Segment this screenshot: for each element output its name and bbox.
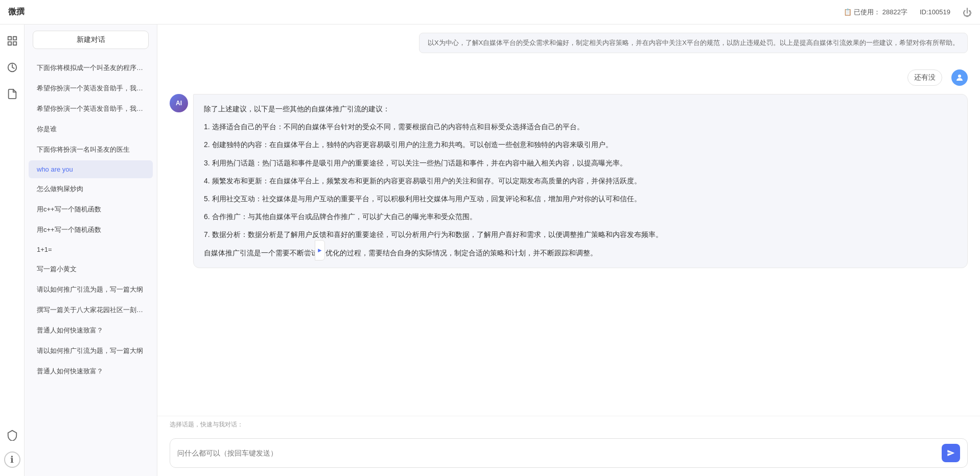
ai-paragraph: 2. 创建独特的内容：在自媒体平台上，独特的内容更容易吸引用户的注意力和共鸣。可… bbox=[204, 138, 957, 151]
usage-icon: 📋 bbox=[844, 8, 852, 16]
rail-item-info[interactable]: ℹ bbox=[4, 451, 20, 468]
sidebar-item-5[interactable]: 下面你将扮演一名叫圣友的医生 bbox=[29, 140, 153, 159]
topbar: 微撰 📋 已使用： 28822字 ID:100519 ⏻ bbox=[0, 0, 980, 25]
sidebar-item-14[interactable]: 普通人如何快速致富？ bbox=[29, 321, 153, 340]
chat-area: 以X为中心，了解X自媒体平台的受众需求和偏好，制定相关内容策略，并在内容中关注X… bbox=[157, 25, 980, 476]
topbar-right: 📋 已使用： 28822字 ID:100519 ⏻ bbox=[844, 8, 972, 17]
svg-rect-0 bbox=[8, 37, 11, 40]
usage-display: 📋 已使用： 28822字 bbox=[844, 8, 907, 17]
new-chat-button[interactable]: 新建对话 bbox=[33, 31, 149, 49]
rail-item-clock[interactable] bbox=[4, 59, 20, 76]
sidebar-item-13[interactable]: 撰写一篇关于八大家花园社区一刻钟便民生... bbox=[29, 300, 153, 320]
input-area bbox=[157, 434, 980, 476]
quick-select-area: 选择话题，快速与我对话： bbox=[157, 416, 980, 434]
sidebar-item-11[interactable]: 写一篇小黄文 bbox=[29, 259, 153, 279]
ai-paragraph: 5. 利用社交互动：社交媒体是与用户互动的重要平台，可以积极利用社交媒体与用户互… bbox=[204, 193, 957, 205]
send-button[interactable] bbox=[942, 444, 960, 462]
ai-paragraph: 6. 合作推广：与其他自媒体平台或品牌合作推广，可以扩大自己的曝光率和受众范围。 bbox=[204, 210, 957, 223]
svg-rect-1 bbox=[13, 37, 16, 40]
sidebar-item-12[interactable]: 请以如何推广引流为题，写一篇大纲 bbox=[29, 280, 153, 299]
sidebar-item-10[interactable]: 1+1= bbox=[29, 241, 153, 258]
input-wrapper bbox=[170, 438, 968, 468]
ai-bubble-1: 除了上述建议，以下是一些其他的自媒体推广引流的建议：1. 选择适合自己的平台：不… bbox=[193, 94, 968, 268]
user-avatar-1 bbox=[951, 69, 968, 86]
ai-avatar-1: AI bbox=[170, 94, 188, 112]
icon-rail: ℹ bbox=[0, 25, 25, 476]
sidebar-item-8[interactable]: 用c++写一个随机函数 bbox=[29, 200, 153, 219]
app-logo: 微撰 bbox=[8, 7, 25, 17]
power-icon[interactable]: ⏻ bbox=[963, 8, 972, 17]
chat-messages: 以X为中心，了解X自媒体平台的受众需求和偏好，制定相关内容策略，并在内容中关注X… bbox=[157, 25, 980, 416]
truncated-message: 以X为中心，了解X自媒体平台的受众需求和偏好，制定相关内容策略，并在内容中关注X… bbox=[419, 33, 968, 53]
ai-message-1: AI 除了上述建议，以下是一些其他的自媒体推广引流的建议：1. 选择适合自己的平… bbox=[170, 94, 968, 268]
user-bubble-1: 还有没 bbox=[907, 69, 942, 86]
chat-input[interactable] bbox=[177, 449, 938, 457]
sidebar-item-15[interactable]: 请以如何推广引流为题，写一篇大纲 bbox=[29, 341, 153, 361]
ai-paragraph: 3. 利用热门话题：热门话题和事件是吸引用户的重要途径，可以关注一些热门话题和事… bbox=[204, 157, 957, 170]
svg-rect-3 bbox=[13, 42, 16, 45]
rail-item-home[interactable] bbox=[4, 33, 20, 49]
icon-rail-bottom: ℹ bbox=[4, 427, 20, 468]
sidebar-item-9[interactable]: 用c++写一个随机函数 bbox=[29, 220, 153, 240]
sidebar-list: 下面你将模拟成一个叫圣友的程序员，我说...希望你扮演一个英语发音助手，我提供给… bbox=[25, 55, 157, 476]
svg-point-5 bbox=[958, 75, 961, 78]
sidebar-item-16[interactable]: 普通人如何快速致富？ bbox=[29, 362, 153, 381]
main-layout: ℹ 新建对话 下面你将模拟成一个叫圣友的程序员，我说...希望你扮演一个英语发音… bbox=[0, 25, 980, 476]
sidebar-toggle[interactable]: ► bbox=[315, 240, 325, 260]
ai-paragraph: 7. 数据分析：数据分析是了解用户反馈和喜好的重要途径，可以分析用户行为和数据，… bbox=[204, 228, 957, 241]
rail-item-doc[interactable] bbox=[4, 86, 20, 102]
sidebar-item-6[interactable]: who are you bbox=[29, 160, 153, 178]
sidebar-item-4[interactable]: 你是谁 bbox=[29, 120, 153, 139]
truncated-msg-container: 以X为中心，了解X自媒体平台的受众需求和偏好，制定相关内容策略，并在内容中关注X… bbox=[170, 33, 968, 61]
sidebar-item-1[interactable]: 下面你将模拟成一个叫圣友的程序员，我说... bbox=[29, 58, 153, 78]
sidebar: 新建对话 下面你将模拟成一个叫圣友的程序员，我说...希望你扮演一个英语发音助手… bbox=[25, 25, 157, 476]
usage-label: 已使用： bbox=[854, 8, 880, 17]
ai-paragraph: 1. 选择适合自己的平台：不同的自媒体平台针对的受众不同，需要根据自己的内容特点… bbox=[204, 121, 957, 133]
sidebar-item-2[interactable]: 希望你扮演一个英语发音助手，我提供给你... bbox=[29, 79, 153, 98]
ai-paragraph: 4. 频繁发布和更新：在自媒体平台上，频繁发布和更新的内容更容易吸引用户的关注和… bbox=[204, 175, 957, 187]
svg-rect-2 bbox=[8, 42, 11, 45]
rail-item-shield[interactable] bbox=[4, 427, 20, 443]
quick-select-label: 选择话题，快速与我对话： bbox=[170, 420, 968, 429]
sidebar-item-3[interactable]: 希望你扮演一个英语发音助手，我提供给你... bbox=[29, 99, 153, 118]
usage-value: 28822字 bbox=[882, 8, 907, 17]
ai-paragraph: 除了上述建议，以下是一些其他的自媒体推广引流的建议： bbox=[204, 103, 957, 115]
sidebar-item-7[interactable]: 怎么做狗屎炒肉 bbox=[29, 179, 153, 199]
user-id: ID:100519 bbox=[920, 8, 950, 16]
user-message-row-1: 还有没 bbox=[170, 69, 968, 86]
